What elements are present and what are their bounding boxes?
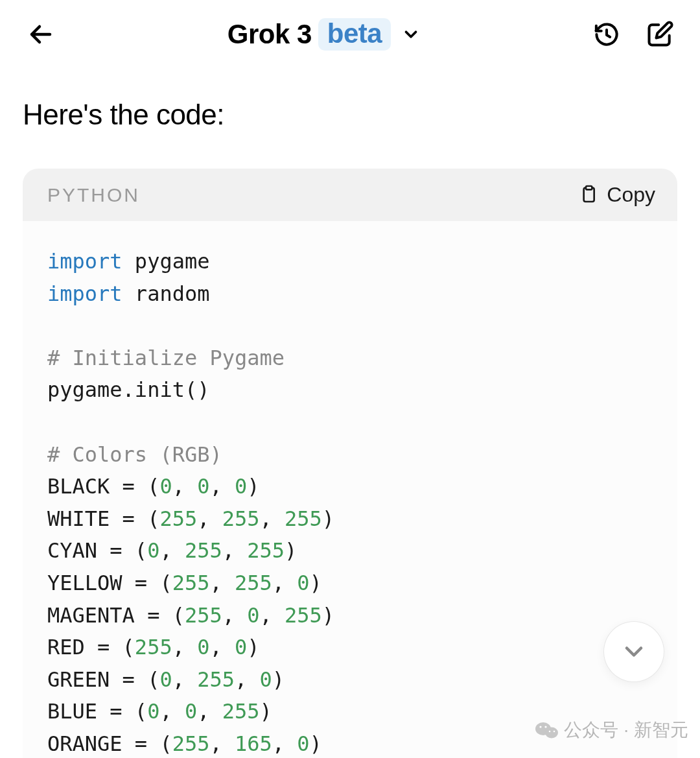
chevron-down-icon — [401, 25, 421, 44]
arrow-left-icon — [25, 19, 56, 50]
model-selector[interactable]: Grok 3 beta — [228, 18, 421, 51]
scroll-down-button[interactable] — [604, 622, 664, 681]
svg-point-6 — [549, 731, 551, 733]
code-body: import pygame import random # Initialize… — [23, 221, 677, 758]
copy-button[interactable]: Copy — [578, 183, 655, 207]
code-block-header: PYTHON Copy — [23, 169, 677, 221]
compose-button[interactable] — [644, 19, 675, 50]
wechat-icon — [535, 720, 559, 740]
svg-rect-1 — [586, 186, 592, 189]
svg-point-5 — [545, 726, 547, 728]
watermark: 公众号 · 新智元 — [535, 718, 688, 742]
code-language-label: PYTHON — [47, 184, 140, 206]
app-title: Grok 3 — [228, 19, 312, 50]
compose-icon — [646, 20, 674, 49]
svg-point-7 — [554, 731, 555, 733]
watermark-dot: · — [624, 720, 629, 740]
svg-point-4 — [540, 726, 542, 728]
watermark-source: 新智元 — [634, 718, 688, 742]
clipboard-icon — [578, 185, 599, 206]
chat-content: Here's the code: PYTHON Copy import pyga… — [0, 70, 700, 758]
history-button[interactable] — [591, 19, 622, 50]
code-block: PYTHON Copy import pygame import random … — [23, 169, 677, 758]
history-icon — [592, 20, 621, 49]
app-header: Grok 3 beta — [0, 0, 700, 70]
watermark-label: 公众号 — [564, 718, 618, 742]
chevron-down-icon — [620, 637, 648, 666]
beta-badge: beta — [318, 18, 391, 51]
back-button[interactable] — [25, 18, 57, 51]
message-text: Here's the code: — [23, 99, 677, 131]
svg-point-3 — [545, 728, 558, 739]
header-actions — [591, 19, 675, 50]
copy-label: Copy — [607, 183, 655, 207]
